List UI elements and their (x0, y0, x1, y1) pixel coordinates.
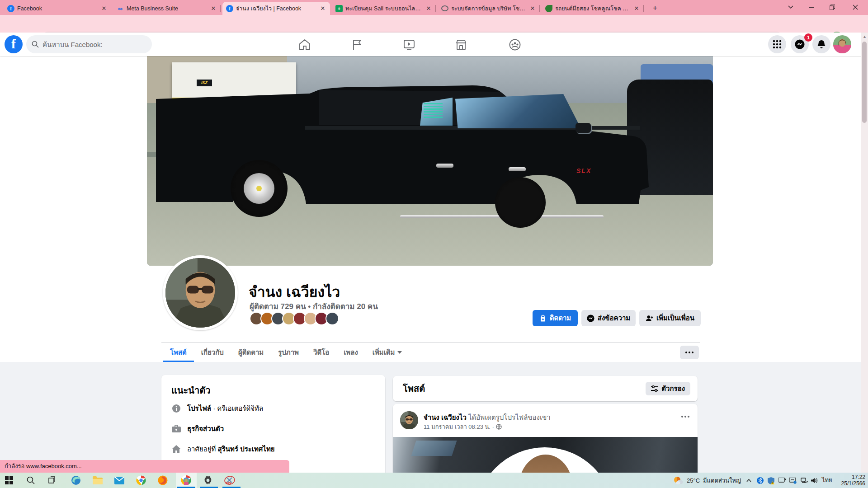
follow-button[interactable]: ติดตาม (533, 310, 578, 326)
facebook-favicon-icon: f (226, 5, 233, 12)
window-minimize-button[interactable] (801, 0, 822, 14)
window-close-button[interactable] (843, 0, 868, 14)
file-explorer-icon[interactable] (92, 475, 103, 486)
browser-tab-data-system[interactable]: ระบบจัดการข้อมูล บริษัท โชคคูณโชค ✕ (438, 2, 540, 15)
settings-gear-icon[interactable] (203, 475, 213, 486)
scrollbar-up-arrow[interactable]: ▲ (863, 34, 867, 39)
cast-display-icon[interactable] (778, 477, 786, 484)
chrome-profile-window-icon[interactable] (181, 475, 192, 486)
truck-mirror (576, 123, 591, 133)
post-header-text[interactable]: จำนง เฉวียงไว ได้อัพเดตรูปโปรไฟล์ของเขา (424, 412, 551, 423)
tab-close-icon[interactable]: ✕ (633, 5, 640, 12)
network-icon[interactable] (800, 477, 808, 484)
add-friend-button[interactable]: เพิ่มเป็นเพื่อน (639, 310, 701, 326)
firefox-icon[interactable] (157, 475, 168, 486)
profile-picture[interactable] (163, 255, 238, 330)
follow-plus-icon (539, 314, 547, 322)
search-input[interactable] (42, 41, 142, 48)
cover-photo[interactable]: ISZ SLX (147, 56, 713, 266)
window-menu-chevron-icon[interactable] (780, 0, 801, 14)
home-icon (171, 444, 181, 454)
nav-home-icon[interactable] (297, 38, 312, 52)
weather-sun-cloud-icon (673, 476, 684, 485)
messenger-badge: 1 (804, 33, 812, 42)
meta-favicon-icon: ∞ (117, 5, 124, 12)
snipping-tool-icon[interactable] (224, 475, 235, 486)
browser-tabstrip: f Facebook ✕ ∞ Meta Business Suite ✕ f จ… (0, 0, 868, 15)
tab-photos[interactable]: รูปภาพ (271, 343, 306, 362)
filter-button[interactable]: ตัวกรอง (646, 382, 690, 395)
page-scrollbar[interactable]: ▲ (861, 33, 868, 473)
bluetooth-icon[interactable] (756, 477, 764, 484)
start-button[interactable] (4, 475, 14, 486)
nav-watch-icon[interactable] (402, 38, 416, 52)
nav-groups-icon[interactable] (508, 38, 522, 52)
chevron-down-icon (397, 351, 402, 354)
browser-tab-profile-active[interactable]: f จำนง เฉวียงไว | Facebook ✕ (222, 2, 330, 15)
post-menu-icon[interactable] (681, 416, 689, 418)
scrollbar-thumb[interactable] (862, 42, 867, 123)
taskbar-weather[interactable]: 25°C มีแดดส่วนใหญ่ (673, 473, 741, 488)
tray-chevron-up-icon[interactable] (745, 477, 753, 484)
post-author-name[interactable]: จำนง เฉวียงไว (424, 413, 467, 421)
browser-tab-facebook[interactable]: f Facebook ✕ (4, 2, 111, 15)
browser-tab-sheets[interactable]: + ทะเบียนคุม Sall ระบบออนไลน์.xlsx - G ✕ (332, 2, 436, 15)
taskbar-clock[interactable]: 17:22 25/1/2566 (835, 474, 865, 487)
tab-about[interactable]: เกี่ยวกับ (194, 343, 231, 362)
profile-more-button[interactable] (680, 346, 699, 359)
post-timestamp[interactable]: 11 มกราคม เวลา 08:23 น. · (424, 422, 502, 432)
chrome-icon[interactable] (136, 475, 146, 486)
tab-title: จำนง เฉวียงไว | Facebook (236, 4, 316, 13)
task-view-icon[interactable] (47, 475, 58, 486)
window-restore-button[interactable] (822, 0, 843, 14)
weather-temp: 25°C (687, 477, 700, 484)
post-author-avatar[interactable] (400, 411, 418, 429)
notifications-bell-icon[interactable] (812, 35, 830, 53)
mail-icon[interactable] (114, 475, 125, 486)
browser-toolbar: facebook.com/profile.php?id=100056483063… (0, 15, 868, 33)
taskbar-search-icon[interactable] (25, 475, 36, 486)
wheel-hub-dot (256, 186, 262, 191)
post-image[interactable] (393, 437, 698, 473)
nav-marketplace-icon[interactable] (454, 38, 468, 52)
facebook-search[interactable] (26, 35, 152, 53)
post-image-window-glint (411, 441, 457, 456)
nav-pages-flag-icon[interactable] (350, 38, 364, 52)
tab-close-icon[interactable]: ✕ (425, 5, 432, 12)
windows-taskbar: 25°C มีแดดส่วนใหญ่ ไทย 17:22 25/1/2566 (0, 473, 868, 488)
browser-tab-meta-business[interactable]: ∞ Meta Business Suite ✕ (113, 2, 221, 15)
display-sync-icon[interactable] (789, 477, 797, 484)
profile-photo-circle-preview (476, 447, 614, 473)
edge-icon[interactable] (71, 475, 81, 486)
window-sticker (424, 103, 443, 118)
tab-close-icon[interactable]: ✕ (100, 5, 108, 12)
tab-more[interactable]: เพิ่มเติม (365, 343, 410, 362)
menu-grid-icon[interactable] (768, 35, 786, 53)
tab-close-icon[interactable]: ✕ (210, 5, 217, 12)
tab-followers[interactable]: ผู้ติดตาม (231, 343, 271, 362)
tab-close-icon[interactable]: ✕ (529, 5, 536, 12)
language-indicator[interactable]: ไทย (822, 473, 832, 488)
followers-line[interactable]: ผู้ติดตาม 729 คน • กำลังติดตาม 20 คน (250, 300, 378, 312)
filters-icon (651, 385, 658, 392)
browser-tab-used-cars[interactable]: รถยนต์มือสอง โชคคูณโชค อุดรธานี ✕ (542, 2, 644, 15)
info-icon (171, 404, 181, 413)
account-avatar[interactable] (833, 35, 851, 53)
search-icon (32, 41, 39, 48)
tab-music[interactable]: เพลง (336, 343, 365, 362)
tab-videos[interactable]: วิดีโอ (306, 343, 336, 362)
tab-close-icon[interactable]: ✕ (319, 5, 326, 12)
friend-avatar[interactable] (326, 312, 339, 325)
message-button-label: ส่งข้อความ (598, 313, 631, 324)
door-handle (436, 164, 453, 168)
volume-icon[interactable] (811, 477, 818, 484)
message-button[interactable]: ส่งข้อความ (581, 310, 636, 326)
security-shield-icon[interactable] (767, 477, 775, 484)
new-tab-button[interactable]: + (649, 3, 661, 14)
intro-item-business: ธุรกิจส่วนตัว (171, 423, 224, 434)
friends-avatar-row[interactable] (250, 312, 336, 325)
tab-posts[interactable]: โพสต์ (163, 343, 194, 362)
tab-title: ระบบจัดการข้อมูล บริษัท โชคคูณโชค (451, 4, 526, 13)
facebook-logo[interactable]: f (5, 35, 23, 53)
intro-card: แนะนำตัว โปรไฟล์ · ครีเอเตอร์ดิจิทัล ธุร… (161, 375, 385, 473)
